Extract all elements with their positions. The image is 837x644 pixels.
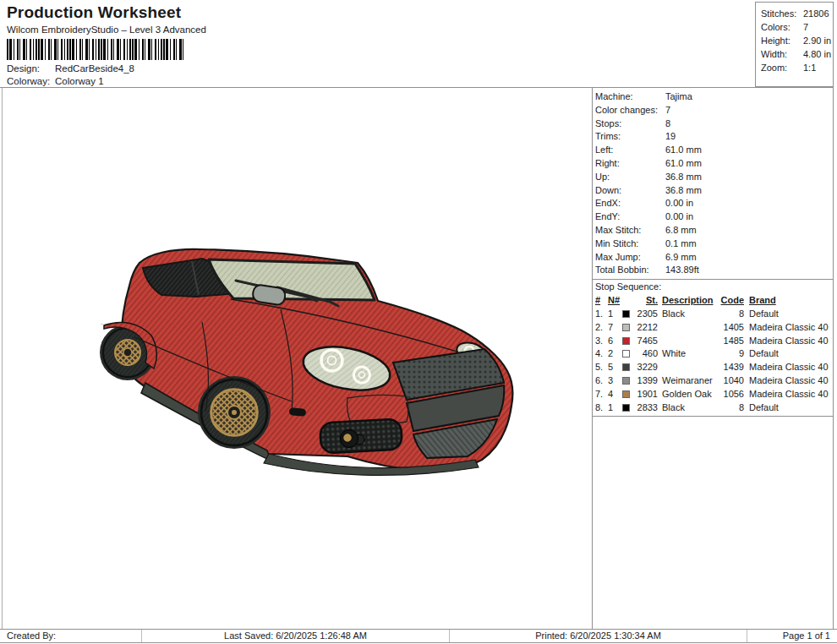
colorway-label: Colorway: [7,76,55,86]
machine-row: Max Jump:6.9 mm [595,251,833,265]
embroidery-design-car [118,243,515,479]
machine-row: Color changes:7 [595,104,833,117]
stat-width: Width:4.80 in [761,48,833,62]
machine-row: EndX:0.00 in [595,197,833,210]
machine-row: Stops:8 [595,117,833,131]
col-n: N# [608,294,622,308]
printed-cell: Printed: 6/20/2025 1:30:34 AM [450,630,747,642]
page-number-cell: Page 1 of 1 [747,630,837,642]
thread-swatch [622,350,630,357]
thread-swatch [622,310,630,318]
machine-row: EndY:0.00 in [595,210,833,224]
stop-sequence-row: 4.2460White9Default [595,347,833,361]
stop-sequence-title: Stop Sequence: [595,281,833,293]
design-row: Design:RedCarBeside4_8 [7,63,742,74]
barcode [7,39,184,60]
stop-sequence-bottom-line [593,416,833,417]
stop-sequence-header: # N# St. Description Code Brand [595,294,833,308]
machine-row: Up:36.8 mm [595,171,833,184]
machine-row: Machine:Tajima [595,90,833,104]
stop-sequence-row: 8.12833Black8Default [595,401,833,415]
worksheet-footer: Created By: Last Saved: 6/20/2025 1:26:4… [0,629,837,643]
thread-swatch [622,377,630,385]
page-title: Production Worksheet [7,3,742,22]
stat-zoom: Zoom:1:1 [761,62,833,75]
software-subtitle: Wilcom EmbroideryStudio – Level 3 Advanc… [7,25,742,35]
last-saved-cell: Last Saved: 6/20/2025 1:26:48 AM [142,630,450,642]
stop-sequence-row: 7.41901Golden Oak1056Madeira Classic 40 [595,388,833,401]
stat-height: Height:2.90 in [761,35,833,48]
col-description: Description [658,294,717,308]
stat-colors: Colors:7 [761,21,833,35]
machine-row: Right:61.0 mm [595,157,833,171]
thread-swatch [622,324,630,331]
machine-info-panel: Machine:Tajima Color changes:7 Stops:8 T… [592,88,834,629]
production-worksheet-page: Production Worksheet Wilcom EmbroiderySt… [0,0,837,644]
col-seq: # [595,294,608,308]
machine-row: Total Bobbin:143.89ft [595,264,833,277]
col-st: St. [636,294,658,308]
machine-row: Down:36.8 mm [595,184,833,198]
stop-sequence-row: 3.674651485Madeira Classic 40 [595,335,833,348]
design-canvas [2,88,592,629]
stat-stitches: Stitches:21806 [761,8,833,21]
thread-swatch [622,337,630,345]
thread-swatch [622,390,630,398]
machine-row: Min Stitch:0.1 mm [595,237,833,251]
col-brand: Brand [744,294,833,308]
colorway-value: Colorway 1 [55,76,104,86]
stop-sequence-row: 5.532291439Madeira Classic 40 [595,361,833,374]
stop-sequence-row: 1.12305Black8Default [595,308,833,321]
design-stats-box: Stitches:21806 Colors:7 Height:2.90 in W… [755,2,834,87]
colorway-row: Colorway:Colorway 1 [7,76,742,86]
stop-sequence-row: 2.722121405Madeira Classic 40 [595,321,833,335]
machine-row: Left:61.0 mm [595,144,833,157]
design-value: RedCarBeside4_8 [55,63,134,74]
worksheet-header: Production Worksheet Wilcom EmbroiderySt… [7,3,742,86]
thread-swatch [622,404,630,412]
stop-sequence-divider [593,279,833,280]
col-code: Code [717,294,744,308]
stop-sequence-row: 6.31399Weimaraner1040Madeira Classic 40 [595,374,833,388]
thread-swatch [622,363,630,371]
machine-row: Trims:19 [595,130,833,144]
machine-row: Max Stitch:6.8 mm [595,224,833,237]
created-by-cell: Created By: [0,630,142,642]
design-label: Design: [7,63,55,74]
